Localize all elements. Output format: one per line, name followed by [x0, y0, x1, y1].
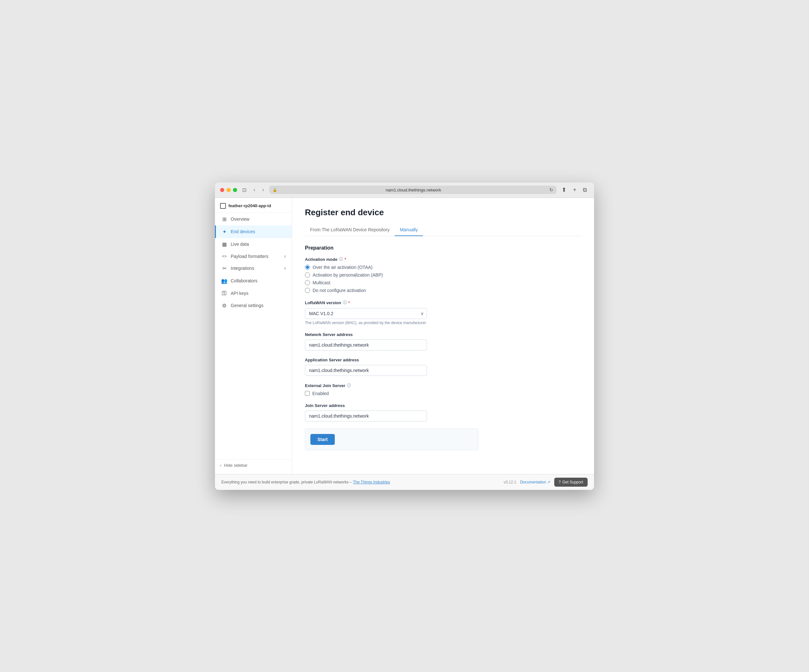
- network-server-address-group: Network Server address: [305, 332, 581, 350]
- sidebar-item-label: End devices: [231, 229, 287, 234]
- maximize-button[interactable]: [233, 188, 237, 192]
- chevron-down-icon: ∨: [284, 266, 287, 270]
- version-label: v3.12.1: [504, 480, 516, 484]
- browser-actions: ⬆ + ⧉: [560, 186, 589, 194]
- back-button[interactable]: ‹: [252, 186, 257, 194]
- sidebar-item-label: Overview: [231, 216, 287, 222]
- reload-button[interactable]: ↻: [549, 187, 553, 193]
- sidebar-item-overview[interactable]: ⊞ Overview: [215, 213, 292, 226]
- radio-otaa[interactable]: Over the air activation (OTAA): [305, 265, 581, 270]
- join-server-address-input[interactable]: [305, 411, 427, 421]
- activation-mode-label: Activation mode ⓘ *: [305, 256, 581, 262]
- footer-left: Everything you need to build enterprise …: [222, 480, 390, 484]
- activation-mode-group: Activation mode ⓘ * Over the air activat…: [305, 256, 581, 293]
- join-server-address-label: Join Server address: [305, 403, 581, 408]
- browser-controls: ⊡ ‹ › 🔒 nam1.cloud.thethings.network ↻ ⬆…: [220, 186, 589, 194]
- address-bar[interactable]: 🔒 nam1.cloud.thethings.network ↻: [269, 186, 557, 194]
- network-server-address-label: Network Server address: [305, 332, 581, 337]
- browser-window: ⊡ ‹ › 🔒 nam1.cloud.thethings.network ↻ ⬆…: [215, 183, 594, 490]
- sidebar-item-end-devices[interactable]: ✦ End devices: [215, 226, 292, 238]
- sidebar-item-label: API keys: [231, 291, 287, 296]
- radio-no-activation-input[interactable]: [305, 288, 310, 293]
- footer-link[interactable]: The Things Industries: [353, 480, 390, 484]
- minimize-button[interactable]: [227, 188, 231, 192]
- api-keys-icon: ⚿: [221, 290, 227, 296]
- documentation-link[interactable]: Documentation ↗: [520, 480, 551, 484]
- sidebar-item-label: General settings: [231, 303, 287, 308]
- close-button[interactable]: [220, 188, 224, 192]
- sidebar-toggle-button[interactable]: ⊡: [240, 186, 248, 194]
- sidebar-item-general-settings[interactable]: ⚙ General settings: [215, 299, 292, 312]
- payload-formatters-icon: <>: [221, 254, 227, 258]
- hide-sidebar-button[interactable]: ‹ Hide sidebar: [215, 459, 292, 471]
- app-id-icon: [220, 203, 226, 209]
- help-icon[interactable]: ⓘ: [343, 300, 347, 305]
- preparation-section-title: Preparation: [305, 245, 581, 251]
- lorawan-version-hint: The LoRaWAN version (MAC), as provided b…: [305, 320, 581, 325]
- nav-spacer: [215, 312, 292, 459]
- lorawan-version-select[interactable]: MAC V1.0.0 MAC V1.0.1 MAC V1.0.2 MAC V1.…: [305, 308, 427, 319]
- application-server-address-label: Application Server address: [305, 357, 581, 362]
- application-server-address-group: Application Server address: [305, 357, 581, 376]
- radio-abp-input[interactable]: [305, 272, 310, 278]
- overview-icon: ⊞: [221, 216, 227, 222]
- browser-footer: Everything you need to build enterprise …: [215, 474, 594, 490]
- tabs-button[interactable]: ⧉: [581, 186, 589, 194]
- required-indicator: *: [348, 300, 350, 305]
- app-layout: feather-rp2040-app-id ⊞ Overview ✦ End d…: [215, 198, 594, 474]
- external-join-server-checkbox[interactable]: [305, 391, 310, 396]
- sidebar: feather-rp2040-app-id ⊞ Overview ✦ End d…: [215, 198, 292, 474]
- application-server-address-input[interactable]: [305, 365, 427, 376]
- lorawan-version-label: LoRaWAN version ⓘ *: [305, 300, 581, 305]
- main-content: Register end device From The LoRaWAN Dev…: [292, 198, 594, 474]
- sidebar-item-payload-formatters[interactable]: <> Payload formatters ∨: [215, 251, 292, 262]
- network-server-address-input[interactable]: [305, 340, 427, 350]
- footer-text: Everything you need to build enterprise …: [222, 480, 352, 484]
- sidebar-item-collaborators[interactable]: 👥 Collaborators: [215, 275, 292, 287]
- page-title: Register end device: [305, 208, 581, 218]
- hide-sidebar-icon: ‹: [220, 463, 222, 468]
- radio-multicast-input[interactable]: [305, 280, 310, 285]
- sidebar-item-label: Collaborators: [231, 278, 287, 283]
- external-join-server-checkbox-item[interactable]: Enabled: [305, 391, 581, 396]
- form-footer: Start: [305, 429, 478, 450]
- required-indicator: *: [344, 257, 346, 262]
- share-button[interactable]: ⬆: [560, 186, 568, 194]
- forward-button[interactable]: ›: [260, 186, 266, 194]
- external-join-server-label: External Join Server ⓘ: [305, 383, 581, 388]
- activation-mode-options: Over the air activation (OTAA) Activatio…: [305, 265, 581, 293]
- lorawan-version-select-wrap: MAC V1.0.0 MAC V1.0.1 MAC V1.0.2 MAC V1.…: [305, 308, 427, 319]
- footer-right: v3.12.1 Documentation ↗ ? Get Support: [504, 478, 588, 487]
- support-icon: ?: [559, 480, 561, 484]
- sidebar-nav: ⊞ Overview ✦ End devices ▦ Live data <> …: [215, 213, 292, 312]
- traffic-lights: [220, 188, 237, 192]
- tab-manually[interactable]: Manually: [394, 224, 423, 236]
- start-button[interactable]: Start: [311, 434, 335, 445]
- collaborators-icon: 👥: [221, 278, 227, 284]
- sidebar-item-label: Integrations: [231, 266, 280, 271]
- integrations-icon: ✂: [221, 265, 227, 271]
- radio-abp[interactable]: Activation by personalization (ABP): [305, 272, 581, 278]
- radio-no-activation[interactable]: Do not configure activation: [305, 288, 581, 293]
- radio-multicast[interactable]: Multicast: [305, 280, 581, 285]
- live-data-icon: ▦: [221, 241, 227, 247]
- sidebar-item-label: Live data: [231, 241, 287, 247]
- tab-lorawan-repo[interactable]: From The LoRaWAN Device Repository: [305, 224, 394, 236]
- help-icon[interactable]: ⓘ: [339, 256, 343, 262]
- help-icon[interactable]: ⓘ: [347, 383, 351, 388]
- sidebar-item-integrations[interactable]: ✂ Integrations ∨: [215, 262, 292, 275]
- sidebar-item-api-keys[interactable]: ⚿ API keys: [215, 287, 292, 299]
- sidebar-item-label: Payload formatters: [231, 254, 280, 259]
- browser-chrome: ⊡ ‹ › 🔒 nam1.cloud.thethings.network ↻ ⬆…: [215, 183, 594, 198]
- radio-otaa-input[interactable]: [305, 265, 310, 270]
- lorawan-version-group: LoRaWAN version ⓘ * MAC V1.0.0 MAC V1.0.…: [305, 300, 581, 325]
- tabs-container: From The LoRaWAN Device Repository Manua…: [305, 224, 581, 236]
- new-tab-button[interactable]: +: [571, 186, 578, 194]
- url-text: nam1.cloud.thethings.network: [279, 188, 548, 193]
- hide-sidebar-label: Hide sidebar: [224, 463, 247, 468]
- get-support-button[interactable]: ? Get Support: [554, 478, 587, 487]
- join-server-address-group: Join Server address: [305, 403, 581, 421]
- sidebar-item-live-data[interactable]: ▦ Live data: [215, 238, 292, 251]
- app-id-header: feather-rp2040-app-id: [215, 198, 292, 213]
- external-link-icon: ↗: [547, 480, 551, 484]
